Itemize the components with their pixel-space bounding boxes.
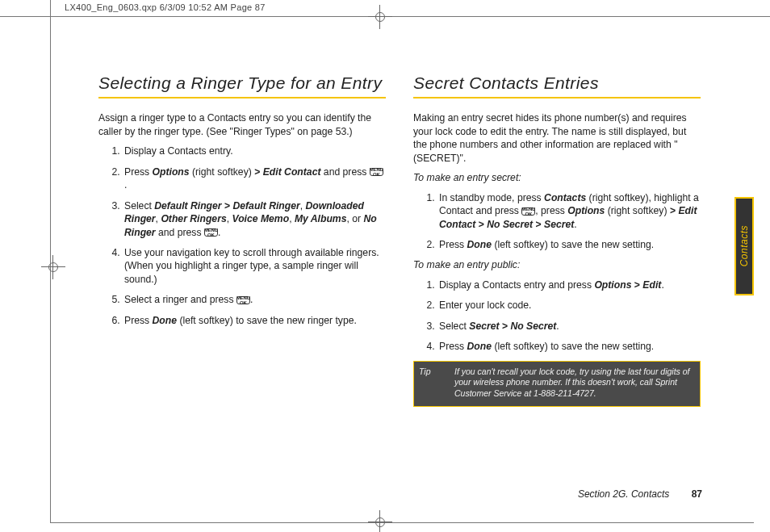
tip-box: Tip If you can't recall your lock code, … [413,361,701,407]
page-footer: Section 2G. Contacts 87 [404,488,702,500]
section-thumb-tab: Contacts [734,197,754,295]
step-1: Display a Contacts entry. [123,145,386,157]
heading-ringer-type: Selecting a Ringer Type for an Entry [98,73,386,94]
section-label: Section 2G. Contacts [578,488,669,500]
registration-mark-icon [371,513,389,531]
registration-mark-icon [371,8,389,26]
secret-steps: In standby mode, press Contacts (right s… [413,191,701,252]
intro-text: Making an entry secret hides its phone n… [413,111,701,165]
step-1: Display a Contacts entry and press Optio… [437,279,701,291]
tip-label: Tip [414,362,453,406]
step-4: Use your navigation key to scroll throug… [123,246,386,286]
heading-underline [98,97,386,98]
tip-body: If you can't recall your lock code, try … [453,362,700,406]
step-2: Enter your lock code. [437,299,701,312]
step-6: Press Done (left softkey) to save the ne… [123,314,386,327]
step-3: Select Default Ringer > Default Ringer, … [123,199,386,239]
menu-ok-key-icon: MENU OK [204,228,218,237]
menu-ok-key-icon: MENU OK [236,296,250,304]
print-job-info: LX400_Eng_0603.qxp 6/3/09 10:52 AM Page … [65,2,266,12]
subhead-secret: To make an entry secret: [413,171,701,184]
step-2: Press Options (right softkey) > Edit Con… [123,165,386,192]
heading-underline [413,97,701,98]
page-content: Selecting a Ringer Type for an Entry Ass… [98,73,712,407]
page-number: 87 [692,488,702,500]
subhead-public: To make an entry public: [413,258,701,271]
right-column: Secret Contacts Entries Making an entry … [413,73,701,407]
step-4: Press Done (left softkey) to save the ne… [437,340,701,353]
step-2: Press Done (left softkey) to save the ne… [437,238,701,251]
step-3: Select Secret > No Secret. [437,320,701,333]
intro-text: Assign a ringer type to a Contacts entry… [98,111,386,138]
heading-secret-contacts: Secret Contacts Entries [413,73,701,94]
menu-ok-key-icon: MENU OK [521,207,535,216]
menu-ok-key-icon: MENU OK [370,168,383,176]
step-1: In standby mode, press Contacts (right s… [437,191,701,231]
registration-mark-icon [44,258,62,276]
step-5: Select a ringer and press MENU OK. [123,293,386,306]
left-column: Selecting a Ringer Type for an Entry Ass… [98,73,386,407]
public-steps: Display a Contacts entry and press Optio… [413,279,701,354]
steps-list: Display a Contacts entry. Press Options … [98,145,386,327]
